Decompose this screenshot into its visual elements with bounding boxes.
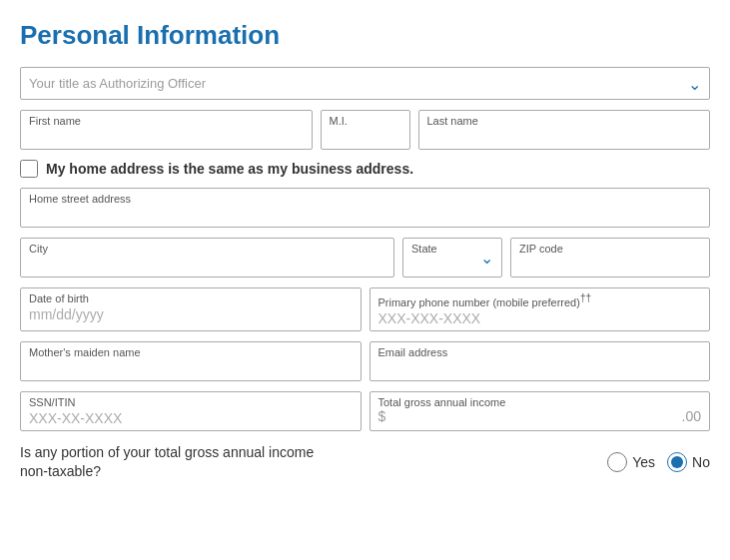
phone-label: Primary phone number (mobile preferred)†… — [378, 292, 702, 308]
home-address-checkbox-label: My home address is the same as my busine… — [46, 161, 413, 177]
zip-field[interactable]: ZIP code — [510, 238, 710, 278]
no-option[interactable]: No — [667, 452, 710, 472]
state-field[interactable]: State AL AK AZ CA CO NY TX ⌄ — [402, 238, 502, 278]
street-address-field[interactable]: Home street address — [20, 188, 710, 228]
no-label: No — [692, 454, 710, 470]
cents-label: .00 — [682, 408, 701, 424]
dob-field[interactable]: Date of birth — [20, 287, 362, 331]
title-dropdown[interactable]: Your title as Authorizing Officer ⌄ — [20, 67, 710, 100]
ssn-field[interactable]: SSN/ITIN — [20, 391, 362, 431]
ssn-label: SSN/ITIN — [29, 396, 353, 408]
non-taxable-question: Is any portion of your total gross annua… — [20, 443, 340, 482]
last-name-label: Last name — [427, 115, 702, 127]
email-input[interactable] — [378, 360, 702, 376]
first-name-input[interactable] — [29, 129, 304, 145]
zip-label: ZIP code — [519, 243, 701, 255]
last-name-input[interactable] — [427, 129, 702, 145]
city-field[interactable]: City — [20, 238, 394, 278]
city-label: City — [29, 243, 385, 255]
chevron-down-icon: ⌄ — [688, 74, 701, 93]
yes-label: Yes — [632, 454, 655, 470]
income-field[interactable]: Total gross annual income $ .00 — [369, 391, 711, 431]
income-input[interactable] — [378, 410, 702, 426]
phone-input[interactable] — [378, 310, 702, 326]
non-taxable-options: Yes No — [607, 452, 710, 472]
email-label: Email address — [378, 346, 702, 358]
city-input[interactable] — [29, 257, 385, 273]
email-field[interactable]: Email address — [369, 341, 711, 381]
phone-field[interactable]: Primary phone number (mobile preferred)†… — [369, 287, 711, 331]
dollar-sign: $ — [378, 408, 386, 424]
state-label: State — [411, 243, 493, 255]
yes-radio[interactable] — [607, 452, 627, 472]
page-title: Personal Information — [20, 20, 710, 51]
home-address-checkbox[interactable] — [20, 160, 38, 178]
ssn-input[interactable] — [29, 410, 353, 426]
state-select[interactable]: AL AK AZ CA CO NY TX — [411, 257, 493, 273]
maiden-name-field[interactable]: Mother's maiden name — [20, 341, 362, 381]
no-radio[interactable] — [667, 452, 687, 472]
dob-input[interactable] — [29, 306, 353, 322]
street-address-label: Home street address — [29, 193, 701, 205]
first-name-label: First name — [29, 115, 304, 127]
mi-label: M.I. — [330, 115, 401, 127]
maiden-name-label: Mother's maiden name — [29, 346, 353, 358]
maiden-name-input[interactable] — [29, 360, 353, 376]
last-name-field[interactable]: Last name — [418, 110, 711, 150]
first-name-field[interactable]: First name — [20, 110, 313, 150]
income-label: Total gross annual income — [378, 396, 702, 408]
title-dropdown-label: Your title as Authorizing Officer — [29, 76, 206, 91]
mi-input[interactable] — [330, 129, 401, 145]
zip-input[interactable] — [519, 257, 701, 273]
home-address-checkbox-row: My home address is the same as my busine… — [20, 160, 710, 178]
non-taxable-section: Is any portion of your total gross annua… — [20, 443, 710, 482]
dob-label: Date of birth — [29, 292, 353, 304]
mi-field[interactable]: M.I. — [321, 110, 410, 150]
yes-option[interactable]: Yes — [607, 452, 655, 472]
street-address-input[interactable] — [29, 207, 701, 223]
